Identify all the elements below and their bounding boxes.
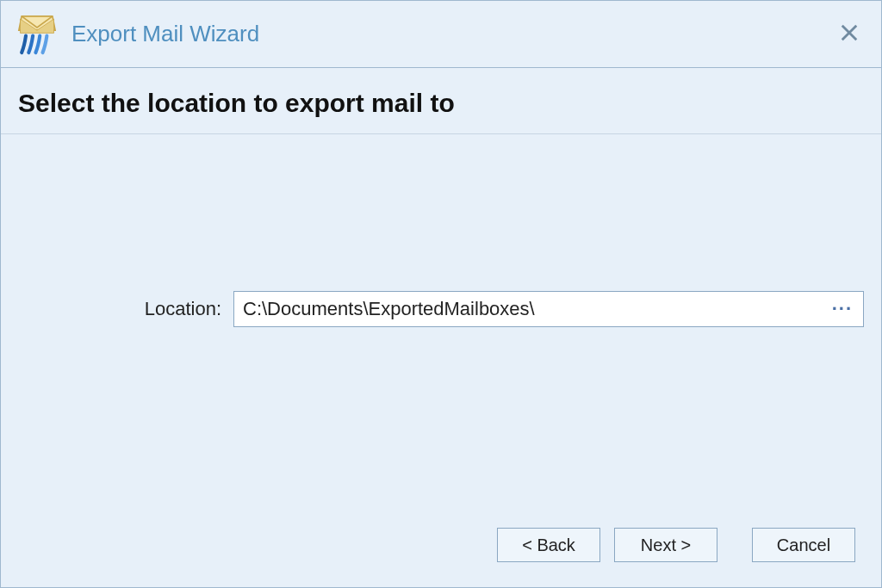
page-heading: Select the location to export mail to	[18, 89, 864, 118]
wizard-window: Export Mail Wizard Select the location t…	[0, 0, 882, 588]
location-input-wrap: ···	[233, 291, 864, 327]
form-body: Location: ···	[1, 134, 881, 518]
location-row: Location: ···	[18, 291, 864, 327]
window-title: Export Mail Wizard	[71, 21, 833, 47]
titlebar: Export Mail Wizard	[1, 1, 881, 68]
browse-button[interactable]: ···	[827, 300, 858, 319]
location-label: Location:	[18, 298, 233, 320]
button-row: < Back Next > Cancel	[1, 518, 881, 587]
heading-wrap: Select the location to export mail to	[1, 68, 881, 134]
location-input[interactable]	[243, 298, 827, 320]
back-button[interactable]: < Back	[497, 528, 600, 562]
next-button[interactable]: Next >	[614, 528, 717, 562]
close-icon[interactable]	[833, 19, 866, 50]
app-icon	[13, 10, 61, 59]
cancel-button[interactable]: Cancel	[752, 528, 855, 562]
content-area: Select the location to export mail to Lo…	[1, 68, 881, 587]
